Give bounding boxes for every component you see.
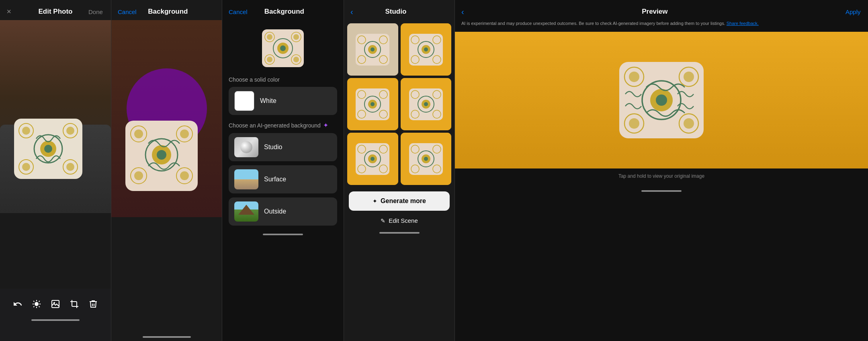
studio-grid-item-5[interactable] [347, 133, 398, 185]
cancel-button-3[interactable]: Cancel [229, 8, 248, 15]
studio-grid-item-4[interactable] [401, 78, 452, 130]
studio-ball [240, 141, 252, 153]
pencil-icon: ✎ [381, 218, 385, 224]
edit-toolbar [0, 289, 111, 341]
preview-image-area [222, 20, 344, 75]
studio-title: Studio [353, 8, 438, 16]
apply-button[interactable]: Apply [845, 8, 862, 15]
svg-point-5 [22, 127, 30, 135]
svg-line-18 [39, 306, 39, 307]
studio-topbar: ‹ Studio [344, 0, 454, 20]
studio-label: Studio [264, 144, 282, 151]
background-topbar: Cancel Background [111, 0, 222, 20]
home-indicator [379, 232, 420, 234]
outside-option[interactable]: Outside [229, 197, 337, 226]
svg-point-66 [371, 102, 375, 106]
background-image-area [111, 20, 222, 217]
studio-option[interactable]: Studio [229, 133, 337, 161]
edit-photo-title: Edit Photo [23, 8, 88, 16]
studio-thumbnail [234, 137, 258, 157]
svg-line-19 [33, 306, 34, 307]
back-button[interactable]: ‹ [350, 7, 353, 16]
preview-panel: ‹ Preview Apply AI is experimental and m… [454, 0, 868, 341]
product-pillow [12, 117, 84, 181]
share-feedback-link[interactable]: Share feedback. [727, 21, 759, 26]
svg-point-104 [629, 118, 639, 129]
svg-point-28 [134, 129, 143, 138]
back-button-preview[interactable]: ‹ [461, 7, 464, 16]
svg-point-82 [371, 157, 375, 161]
studio-grid-item-2[interactable] [401, 23, 452, 76]
brightness-icon[interactable] [29, 297, 44, 311]
surface-option[interactable]: Surface [229, 165, 337, 193]
svg-point-9 [22, 163, 30, 171]
home-indicator [31, 319, 80, 321]
svg-point-7 [66, 127, 74, 135]
svg-point-98 [656, 94, 667, 106]
outside-thumbnail [234, 201, 258, 222]
svg-point-42 [293, 34, 299, 40]
svg-point-11 [66, 163, 74, 171]
svg-point-40 [267, 34, 272, 40]
svg-point-74 [424, 102, 428, 106]
preview-topbar: ‹ Preview Apply [455, 0, 868, 20]
studio-panel: ‹ Studio [344, 0, 454, 341]
crop-icon[interactable] [67, 297, 82, 311]
edit-scene-button[interactable]: ✎ Edit Scene [344, 217, 454, 224]
svg-point-58 [424, 47, 428, 51]
delete-icon[interactable] [86, 297, 100, 311]
background-panel: Cancel Background [111, 0, 222, 341]
white-color-option[interactable]: White [229, 87, 337, 115]
background-options-panel: Cancel Background Choose a solid color [222, 0, 344, 341]
svg-point-3 [44, 145, 52, 153]
solid-color-section-label: Choose a solid color [229, 76, 337, 83]
background-options-topbar: Cancel Background [222, 0, 344, 20]
toolbar-icons-row [0, 297, 111, 311]
preview-main-image [455, 32, 868, 168]
white-label: White [260, 97, 276, 105]
sparkle-icon: ✦ [323, 121, 328, 129]
home-indicator [641, 190, 682, 192]
svg-point-34 [180, 171, 189, 180]
surface-thumbnail [234, 169, 258, 189]
undo-icon[interactable] [10, 297, 25, 311]
home-indicator [143, 336, 191, 338]
outside-label: Outside [264, 208, 286, 215]
studio-grid-item-3[interactable] [347, 78, 398, 130]
svg-point-106 [684, 118, 694, 129]
ai-disclaimer-text: AI is experimental and may produce unexp… [455, 20, 868, 32]
studio-grid-item-1[interactable] [347, 23, 398, 76]
svg-point-44 [267, 57, 272, 62]
svg-point-12 [35, 302, 39, 306]
svg-point-38 [280, 45, 286, 51]
edit-scene-label: Edit Scene [389, 217, 418, 224]
svg-line-20 [39, 301, 39, 302]
preview-image-container [455, 32, 868, 168]
home-indicator [263, 234, 303, 235]
svg-point-46 [293, 57, 299, 62]
preview-caption: Tap and hold to view your original image [455, 168, 868, 184]
done-button[interactable]: Done [88, 8, 104, 15]
preview-title: Preview [464, 8, 845, 16]
close-button[interactable]: ✕ [6, 8, 23, 15]
background-pillow [123, 119, 200, 193]
edit-photo-image-area [0, 20, 111, 213]
generate-sparkle-icon: ✦ [373, 198, 377, 204]
svg-point-100 [629, 72, 639, 82]
svg-point-32 [134, 171, 143, 180]
svg-point-90 [424, 157, 428, 161]
generate-more-label: Generate more [381, 197, 426, 205]
cancel-button[interactable]: Cancel [118, 8, 137, 15]
edit-photo-panel: ✕ Edit Photo Done [0, 0, 111, 341]
svg-point-50 [371, 47, 375, 51]
svg-line-17 [33, 301, 34, 302]
white-swatch [234, 91, 254, 111]
background-icon[interactable] [48, 297, 63, 311]
ai-section-label: Choose an AI-generated background ✦ [229, 121, 337, 129]
studio-grid-item-6[interactable] [401, 133, 452, 185]
generate-more-button[interactable]: ✦ Generate more [349, 191, 450, 211]
svg-point-30 [180, 129, 189, 138]
preview-pillow [261, 28, 305, 68]
svg-point-26 [157, 150, 166, 160]
background-options-content: Choose a solid color White Choose an AI-… [222, 76, 344, 226]
